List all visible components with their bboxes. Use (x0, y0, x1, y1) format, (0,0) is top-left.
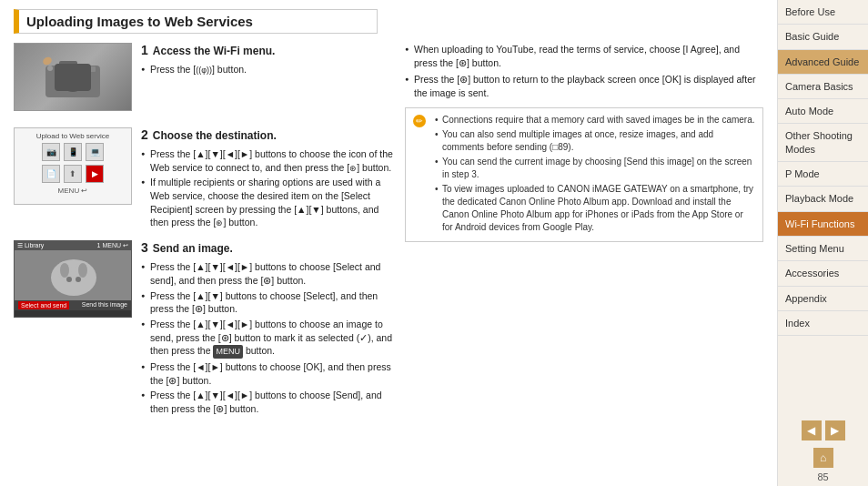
left-column: 1 Access the Wi-Fi menu. Press the [((φ)… (14, 43, 396, 427)
webservice-menu-row: MENU ↩ (18, 187, 127, 195)
step-3-bullet-2: Press the [▲][▼] buttons to choose [Sele… (141, 289, 396, 316)
sidebar-item-other-shooting[interactable]: Other Shooting Modes (778, 124, 868, 162)
right-bullet-1: When uploading to YouTube, read the term… (405, 43, 763, 69)
webservice-icons-row: 📷 📱 💻 (18, 143, 127, 161)
step-2-image: Upload to Web service 📷 📱 💻 📄 ⬆ ▶ MENU ↩ (14, 127, 132, 205)
library-header-right: 1 MENU ↩ (97, 242, 128, 249)
svg-rect-1 (59, 61, 77, 70)
webservice-icon-6: ▶ (86, 165, 104, 183)
notes-box: ✏ Connections require that a memory card… (405, 107, 763, 242)
select-and-send-label: Select and send (18, 301, 69, 309)
step-3-bullet-5: Press the [▲][▼][◄][►] buttons to choose… (141, 389, 396, 415)
sidebar-nav: ◀ ▶ (778, 413, 868, 448)
sidebar-item-index[interactable]: Index (778, 311, 868, 336)
step-1-content: 1 Access the Wi-Fi menu. Press the [((φ)… (141, 43, 396, 78)
page-title: Uploading Images to Web Services (26, 14, 253, 29)
note-item-4: To view images uploaded to CANON iMAGE G… (435, 183, 755, 234)
svg-point-6 (47, 66, 53, 71)
step-1-number: 1 (141, 43, 148, 57)
notes-icon-container: ✏ (413, 114, 429, 236)
right-bullet-2: Press the [⊛] button to return to the pl… (405, 73, 763, 99)
svg-point-9 (51, 259, 96, 296)
step-3-bullet-4: Press the [◄][►] buttons to choose [OK],… (141, 360, 396, 387)
notes-inner: ✏ Connections require that a memory card… (413, 114, 755, 236)
step-2-number: 2 (141, 127, 148, 142)
page-title-bar: Uploading Images to Web Services (14, 9, 378, 34)
note-item-1: Connections require that a memory card w… (435, 114, 755, 127)
svg-point-12 (60, 263, 69, 278)
sidebar-item-auto-mode[interactable]: Auto Mode (778, 99, 868, 124)
step-3-block: ☰ Library 1 MENU ↩ (14, 240, 396, 417)
step-1-block: 1 Access the Wi-Fi menu. Press the [((φ)… (14, 43, 396, 118)
step-3-bullet-3: Press the [▲][▼][◄][►] buttons to choose… (141, 318, 396, 359)
svg-point-14 (66, 277, 72, 282)
library-header: ☰ Library 1 MENU ↩ (15, 241, 131, 250)
step-3-image: ☰ Library 1 MENU ↩ (14, 240, 132, 318)
notes-list: Connections require that a memory card w… (435, 114, 755, 234)
step-2-bullet-2: If multiple recipients or sharing option… (141, 176, 396, 229)
step-2-header: 2 Choose the destination. (141, 127, 396, 145)
webservice-icon-3: 💻 (86, 143, 104, 161)
sidebar-item-basic-guide[interactable]: Basic Guide (778, 25, 868, 49)
webservice-icons-row2: 📄 ⬆ ▶ (18, 165, 127, 183)
right-column: When uploading to YouTube, read the term… (405, 43, 763, 427)
sidebar-item-p-mode[interactable]: P Mode (778, 162, 868, 187)
library-header-left: ☰ Library (17, 242, 44, 249)
webservice-menu-label: MENU ↩ (58, 187, 88, 195)
svg-point-2 (62, 70, 84, 92)
sidebar-item-camera-basics[interactable]: Camera Basics (778, 75, 868, 99)
step-3-title: Send an image. (153, 242, 233, 255)
sidebar: Before Use Basic Guide Advanced Guide Ca… (777, 0, 868, 486)
step-2-title: Choose the destination. (153, 129, 277, 142)
step-1-image (14, 43, 132, 111)
main-content: Uploading Images to Web Services (0, 0, 777, 486)
sidebar-spacer (778, 336, 868, 413)
page-number: 85 (778, 471, 868, 486)
send-this-label: Send this image (82, 301, 127, 309)
webservice-icon-4: 📄 (42, 165, 60, 183)
step-2-block: Upload to Web service 📷 📱 💻 📄 ⬆ ▶ MENU ↩ (14, 127, 396, 231)
svg-point-4 (69, 77, 76, 85)
step-3-content: 3 Send an image. Press the [▲][▼][◄][►] … (141, 240, 396, 417)
step-3-bullet-1: Press the [▲][▼][◄][►] buttons to choose… (141, 260, 396, 287)
step-3-number: 3 (141, 240, 148, 255)
home-button[interactable]: ⌂ (813, 448, 833, 468)
sidebar-item-appendix[interactable]: Appendix (778, 287, 868, 311)
step-1-title: Access the Wi-Fi menu. (153, 45, 276, 57)
sidebar-item-before-use[interactable]: Before Use (778, 0, 868, 25)
note-item-3: You can send the current image by choosi… (435, 156, 755, 181)
webservice-icon-5: ⬆ (64, 165, 82, 183)
step-2-bullet-1: Press the [▲][▼][◄][►] buttons to choose… (141, 147, 396, 174)
step-3-header: 3 Send an image. (141, 240, 396, 258)
webservice-icon-1: 📷 (42, 143, 60, 161)
sidebar-item-accessories[interactable]: Accessories (778, 261, 868, 286)
next-button[interactable]: ▶ (825, 420, 845, 440)
home-nav-container: ⌂ (778, 448, 868, 471)
webservice-icon-2: 📱 (64, 143, 82, 161)
library-bottom-bar: Select and send Send this image (15, 300, 131, 310)
svg-point-3 (66, 74, 80, 88)
notes-pencil-icon: ✏ (413, 115, 426, 127)
note-item-2: You can also send multiple images at onc… (435, 128, 755, 154)
step-1-bullets: Press the [((φ))] button. (141, 63, 396, 76)
sidebar-item-wi-fi[interactable]: Wi-Fi Functions (778, 212, 868, 237)
svg-point-7 (42, 56, 54, 66)
svg-point-13 (78, 263, 87, 278)
step-3-bullets: Press the [▲][▼][◄][►] buttons to choose… (141, 260, 396, 415)
step-1-bullet-1: Press the [((φ))] button. (141, 63, 396, 76)
sidebar-item-playback-mode[interactable]: Playback Mode (778, 187, 868, 211)
prev-button[interactable]: ◀ (802, 420, 822, 440)
right-column-bullets: When uploading to YouTube, read the term… (405, 43, 763, 100)
step-1-header: 1 Access the Wi-Fi menu. (141, 43, 396, 60)
menu-key: MENU (213, 345, 243, 359)
step-2-content: 2 Choose the destination. Press the [▲][… (141, 127, 396, 231)
svg-point-15 (76, 277, 81, 282)
notes-content: Connections require that a memory card w… (435, 114, 755, 236)
camera-illustration (36, 52, 109, 102)
library-cat-image (15, 250, 132, 300)
svg-rect-5 (86, 66, 96, 72)
sidebar-item-setting-menu[interactable]: Setting Menu (778, 237, 868, 261)
sidebar-item-advanced-guide[interactable]: Advanced Guide (778, 50, 868, 75)
content-columns: 1 Access the Wi-Fi menu. Press the [((φ)… (14, 43, 763, 427)
step-2-bullets: Press the [▲][▼][◄][►] buttons to choose… (141, 147, 396, 229)
